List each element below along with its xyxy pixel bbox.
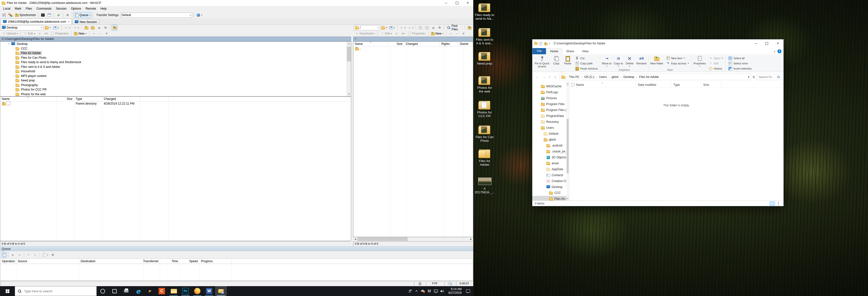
menu-item-mark[interactable]: Mark [12,6,24,11]
selection-filter-button[interactable]: ▼ [461,31,467,36]
queue-column-time[interactable]: Time [160,259,180,264]
tree-item-ccc[interactable]: ›CCC [0,47,351,51]
breadcrumb-this-pc[interactable]: This PC [568,75,581,79]
open-terminal-button[interactable] [46,12,52,18]
ribbon-button-invert-selection[interactable]: Invert selection [726,66,753,71]
protocol-cell[interactable]: FTP [426,281,444,286]
tab-share[interactable]: Share [562,49,578,54]
tray-volume-icon[interactable] [439,286,445,296]
sidebar-item-3d-objects[interactable]: 3D Objects [532,154,569,160]
sidebar-item-default[interactable]: Default [532,131,569,137]
refresh-button[interactable]: ↻ [437,25,443,31]
expander-icon[interactable]: › [12,47,14,50]
tree-item-need-prep[interactable]: Need prep [0,78,351,83]
upload-button[interactable]: ⇑Upload▾ [1,31,19,36]
scroll-track[interactable] [357,237,469,241]
synchronize-button[interactable]: ⇅Synchronize [14,12,37,18]
taskbar-app-firefox[interactable] [191,286,203,296]
ribbon-button-move-to[interactable]: →Move to▾ [601,55,613,68]
column-header-size[interactable]: Size [701,82,721,88]
close-tab-icon[interactable]: × [67,20,69,23]
delete-button[interactable]: × [37,31,43,36]
ribbon-button-delete[interactable]: ×Delete▾ [624,55,635,68]
forward-button[interactable]: → [541,75,547,79]
resume-transfers-button[interactable]: ⇄ [56,12,61,18]
properties-button[interactable]: ✓Properties [406,31,427,36]
tree-item-files-for-can-photo[interactable]: Files for Can Photo [0,56,351,60]
taskbar-search[interactable] [15,286,97,296]
refresh-icon[interactable]: ↻ [753,75,755,79]
taskbar-app-winscp[interactable] [215,286,227,296]
tree-item-files-for-adobe[interactable]: Files for Adobe [0,51,351,56]
tree-item-photos-for-ccc-pr[interactable]: ›Photos for CCC PR [0,87,351,92]
column-header-name[interactable]: Name [569,82,636,88]
tray-people-icon[interactable] [407,286,413,296]
tree-scrollbar[interactable]: ▲▼ [347,42,351,96]
back-button[interactable]: ←▾ [63,25,71,31]
taskbar-app-word[interactable]: W [203,286,215,296]
tray-hidden-icons-icon[interactable] [413,286,420,296]
start-button[interactable] [0,286,15,296]
tree-item-mp3-player-content[interactable]: ›MP3 player content [0,74,351,79]
tree-item-household[interactable]: Household [0,69,351,74]
tree-item-desktop[interactable]: ∨Desktop [0,42,351,47]
sidebar-item-pictures[interactable]: Pictures [532,95,569,101]
synchronize-settings-button[interactable]: ⇄ [1,12,7,18]
column-header-size[interactable]: Size [389,42,404,46]
search-input[interactable] [758,75,776,79]
qat-folder-icon[interactable] [534,41,538,46]
synchronize-browsing-button[interactable]: ⇄ [467,25,472,31]
collapse-ribbon-icon[interactable]: ∧ [774,50,776,53]
file-row-parent-directory[interactable]: ↑.. [353,47,473,51]
expander-icon[interactable]: › [12,88,14,91]
qat-new-folder-icon[interactable]: + [544,41,548,46]
scroll-up-arrow[interactable]: ∧ [566,82,569,86]
queue-column-source[interactable]: Source [16,259,79,264]
scroll-down-arrow[interactable]: ▼ [347,92,351,96]
swap-panels-button[interactable]: ⇄ [7,12,13,18]
properties-button[interactable]: ✓Properties [50,31,70,36]
sidebar-item-desktop[interactable]: Desktop [532,184,569,190]
taskbar-app-p-app[interactable]: P [144,286,156,296]
desktop-icon-files-for-can-photo[interactable]: Files for CanPhoto [474,124,495,143]
taskbar-clock[interactable]: 9:14 AM8/27/2019 [445,287,463,295]
edit-button[interactable]: ✎Edit▾ [379,31,393,36]
ribbon-button-new-item[interactable]: ✱New item▾ [664,56,691,61]
synchronize-browsing-button[interactable]: ⇄ [112,25,118,31]
ribbon-button-pin-to-quick-access[interactable]: Pin to Quick access [533,55,551,71]
scroll-thumb[interactable] [357,237,408,241]
parent-directory-button[interactable]: ↑ [417,25,424,31]
filter-button[interactable]: ▼▾ [52,25,60,31]
up-button[interactable]: ↑ [553,75,558,79]
breadcrumb-users[interactable]: Users [598,75,608,79]
details-view-button[interactable] [770,201,775,206]
rename-button[interactable]: ab [400,31,406,36]
tree-item-files-sent-to-a-s-and-adobe[interactable]: Files sent to A & S and Adobe [0,65,351,69]
queue-list[interactable] [0,264,473,281]
taskbar-app-printer-app[interactable] [120,286,132,296]
taskbar-app-cortana[interactable] [97,286,108,296]
navigation-scrollbar[interactable]: ∧∨ [566,82,569,201]
desktop-icon-photos-for-ccc-pr[interactable]: Photos forCCC PR [474,99,495,118]
ribbon-button-paste-shortcut[interactable]: ↗Paste shortcut [573,66,599,71]
column-header-name[interactable]: Name [353,42,389,46]
sidebar-item-gbish[interactable]: gbish [532,137,569,143]
sidebar-item-contacts[interactable]: Contacts [532,172,569,178]
menu-item-options[interactable]: Options [69,6,83,11]
ribbon-button-paste[interactable]: Paste [562,55,573,71]
queue-toggle-button[interactable]: Queue▾ [74,12,92,18]
rename-button[interactable]: ab [43,31,49,36]
root-directory-button[interactable]: / [90,25,96,31]
search-box[interactable] [757,74,781,80]
taskbar-app-task-view[interactable] [108,286,120,296]
desktop-icon-a-20170818[interactable]: A20170818-_... [474,176,495,194]
new-button[interactable]: +New▾ [430,31,444,36]
queue-column-transferred[interactable]: Transferred [144,259,160,264]
sidebar-item-program-files[interactable]: Program Files [532,101,569,107]
column-header-changed[interactable]: Changed [404,42,440,46]
panel-splitter[interactable] [351,25,353,246]
remote-file-list[interactable]: ↑.. [353,47,473,237]
expander-icon[interactable]: › [12,93,14,95]
tab-view[interactable]: View [578,49,592,54]
move-up-button[interactable]: ↑ [26,252,32,258]
